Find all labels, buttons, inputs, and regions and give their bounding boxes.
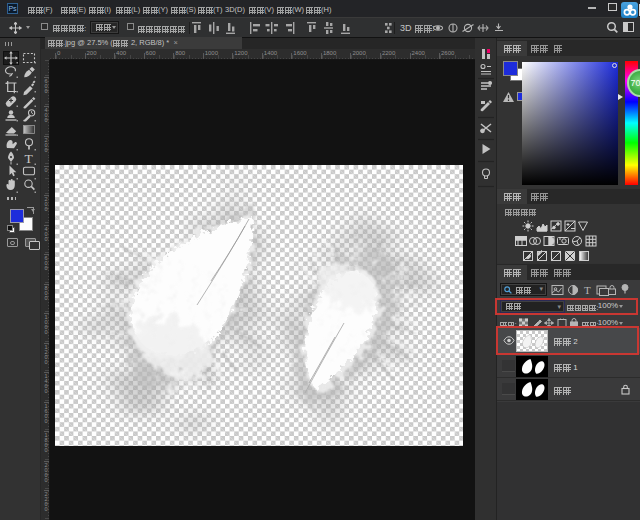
svg-text:T: T bbox=[25, 151, 34, 166]
svg-text:T: T bbox=[584, 284, 591, 296]
